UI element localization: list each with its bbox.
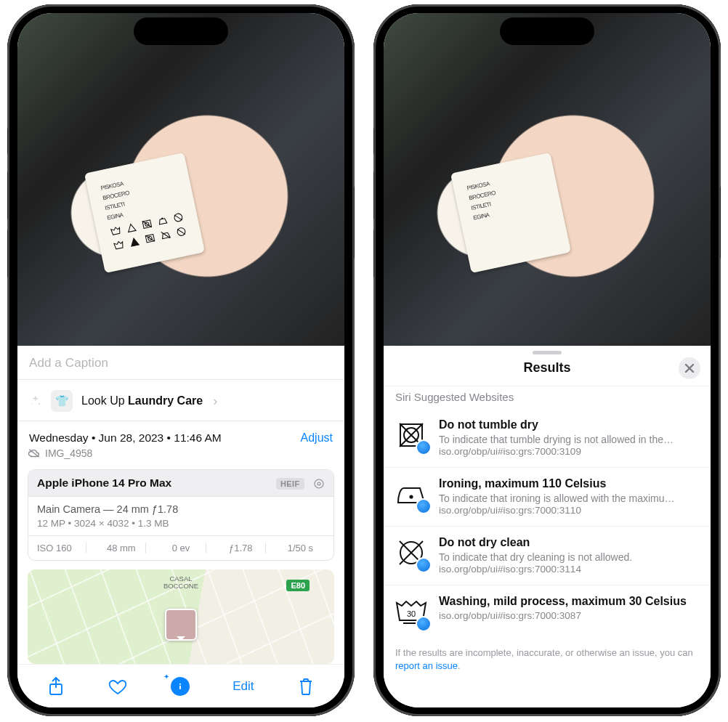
visual-lookup-row[interactable]: 👕 Look Up Laundry Care › [28,380,334,421]
lens-icon [313,476,325,489]
lookup-label: Look Up Laundry Care [81,394,203,407]
lens-line: Main Camera — 24 mm ƒ1.78 [37,503,325,515]
close-button[interactable] [679,357,700,379]
result-url: iso.org/obp/ui#iso:grs:7000:3114 [439,564,699,575]
volume-down [373,230,374,277]
result-item[interactable]: Do not tumble dry To indicate that tumbl… [384,409,711,468]
dynamic-island [500,17,594,45]
result-title: Washing, mild process, maximum 30 Celsiu… [439,594,699,609]
wash-30-icon: 30 [394,594,429,629]
laundry-tag: PISKOSABROCEROISTILETIEGINA [450,153,571,273]
phone-right: PISKOSABROCEROISTILETIEGINA Results Siri… [373,4,721,716]
svg-point-10 [318,482,320,485]
section-label: Siri Suggested Websites [384,386,711,409]
info-icon [171,677,190,696]
volume-down [7,230,8,277]
device-model: Apple iPhone 14 Pro Max [37,476,171,490]
svg-point-8 [32,404,33,405]
do-not-tumble-dry-icon [394,418,429,453]
iron-110-icon [394,476,429,511]
photo-preview[interactable]: PISKOSABROCEROISTILETIEGINA [17,13,344,346]
laundry-tag: PISKOSABROCEROISTILETIEGINA [84,153,205,273]
phone-left: PISKOSABROCEROISTILETIEGINA [7,4,355,716]
volume-up [7,171,8,219]
photo-toolbar: Edit [17,664,344,707]
chevron-right-icon: › [213,394,217,409]
road-badge: E80 [286,580,310,591]
shirt-icon: 👕 [51,390,73,412]
svg-point-7 [39,403,40,405]
dynamic-island [134,17,228,45]
do-not-dry-clean-icon [394,535,429,570]
result-desc: To indicate that dry cleaning is not all… [439,551,699,563]
capture-date: Wednesday • Jun 28, 2023 • 11:46 AM [29,431,222,445]
result-url: iso.org/obp/ui#iso:grs:7000:3109 [439,446,699,457]
map-pin-thumbnail [165,609,197,641]
delete-button[interactable] [297,677,315,696]
photo-preview[interactable]: PISKOSABROCEROISTILETIEGINA [384,13,711,346]
results-sheet: Results Siri Suggested Websites Do not t… [384,346,711,707]
screen-left: PISKOSABROCEROISTILETIEGINA [17,13,344,707]
result-title: Do not dry clean [439,535,699,550]
result-url: iso.org/obp/ui#iso:grs:7000:3087 [439,610,699,621]
exif-row: ISO 160 48 mm 0 ev ƒ1.78 1/50 s [28,536,333,560]
caption-input[interactable]: Add a Caption [28,346,334,379]
result-title: Do not tumble dry [439,418,699,432]
svg-point-16 [410,495,412,498]
sheet-title: Results [523,360,570,375]
silence-switch [373,128,374,154]
result-desc: To indicate that tumble drying is not al… [439,434,699,445]
favorite-button[interactable] [108,677,128,696]
share-button[interactable] [47,677,65,696]
svg-rect-13 [179,685,181,689]
result-url: iso.org/obp/ui#iso:grs:7000:3110 [439,505,699,516]
result-item[interactable]: Ironing, maximum 110 Celsius To indicate… [384,468,711,527]
sparkle-icon [29,394,42,407]
svg-point-2 [161,218,163,219]
cloud-off-icon [28,448,41,458]
result-title: Ironing, maximum 110 Celsius [439,476,699,491]
side-button [720,186,721,259]
format-badge: HEIF [276,478,304,490]
edit-button[interactable]: Edit [232,679,254,694]
side-button [354,186,355,259]
result-desc: To indicate that ironing is allowed with… [439,492,699,504]
silence-switch [7,128,8,154]
adjust-button[interactable]: Adjust [301,431,333,445]
screen-right: PISKOSABROCEROISTILETIEGINA Results Siri… [384,13,711,707]
svg-text:30: 30 [407,609,416,618]
filename: IMG_4958 [45,447,92,459]
device-info-card: Apple iPhone 14 Pro Max HEIF Main Camera… [28,469,334,561]
svg-point-12 [179,683,181,684]
results-footer: If the results are incomplete, inaccurat… [384,639,711,682]
result-item[interactable]: 30 Washing, mild process, maximum 30 Cel… [384,585,711,639]
image-meta: 12 MP • 3024 × 4032 • 1.3 MB [37,518,325,529]
info-button[interactable] [171,677,190,696]
volume-up [373,171,374,219]
svg-point-9 [315,479,323,488]
result-item[interactable]: Do not dry clean To indicate that dry cl… [384,527,711,585]
location-map[interactable]: CASAL BOCCONE E80 [28,569,334,664]
map-area-label: CASAL BOCCONE [163,575,198,590]
report-issue-link[interactable]: report an issue [395,660,458,671]
